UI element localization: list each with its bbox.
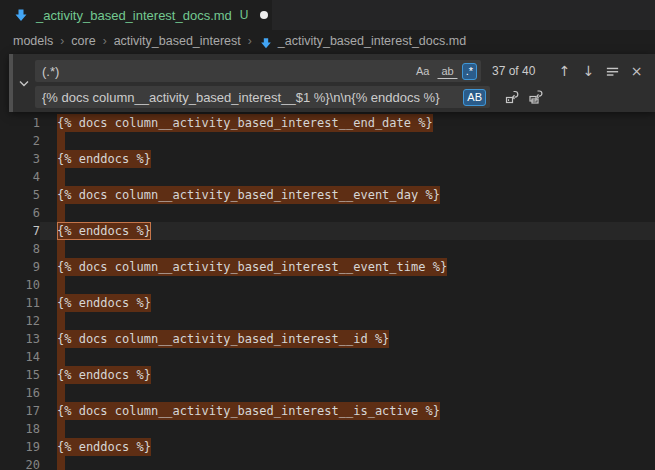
find-match-highlight (57, 240, 65, 258)
line-content: {% enddocs %} (40, 366, 655, 384)
code-line[interactable]: 12 (0, 312, 655, 330)
preserve-case-toggle[interactable]: AB (463, 89, 486, 106)
previous-match-button[interactable]: ↑ (554, 61, 575, 82)
code-lines: 1{% docs column__activity_based_interest… (0, 114, 655, 470)
breadcrumb-item-models[interactable]: models (13, 34, 53, 48)
code-line[interactable]: 9{% docs column__activity_based_interest… (0, 258, 655, 276)
line-content (40, 132, 655, 150)
line-content (40, 168, 655, 186)
find-match-highlight (57, 384, 65, 402)
code-line[interactable]: 20 (0, 456, 655, 470)
breadcrumb-separator: › (103, 34, 107, 48)
line-number: 14 (0, 348, 40, 366)
line-content: {% docs column__activity_based_interest_… (40, 114, 655, 132)
find-match-highlight (57, 168, 65, 186)
line-number: 16 (0, 384, 40, 402)
find-match-highlight: {% docs column__activity_based_interest_… (57, 114, 433, 132)
line-number: 6 (0, 204, 40, 222)
line-number: 19 (0, 438, 40, 456)
regex-toggle[interactable]: .* (462, 63, 477, 80)
replace-input-value: {% docs column__activity_based_interest_… (42, 90, 459, 105)
close-find-widget-button[interactable]: × (626, 61, 647, 82)
line-number: 3 (0, 150, 40, 168)
replace-button[interactable] (501, 87, 522, 108)
markdown-file-icon (13, 7, 29, 23)
arrow-up-icon: ↑ (559, 63, 571, 79)
code-line[interactable]: 7{% enddocs %} (0, 222, 655, 240)
find-match-highlight: {% docs column__activity_based_interest_… (57, 330, 389, 348)
code-line[interactable]: 19{% enddocs %} (0, 438, 655, 456)
code-line[interactable]: 14 (0, 348, 655, 366)
line-number: 17 (0, 402, 40, 420)
find-match-highlight (57, 132, 65, 150)
code-line[interactable]: 2 (0, 132, 655, 150)
next-match-button[interactable]: ↓ (578, 61, 599, 82)
code-line[interactable]: 15{% enddocs %} (0, 366, 655, 384)
code-line[interactable]: 11{% enddocs %} (0, 294, 655, 312)
git-status-badge: U (240, 8, 249, 22)
line-content (40, 384, 655, 402)
editor-window: _activity_based_interest_docs.md U model… (0, 0, 655, 470)
find-match-highlight: {% docs column__activity_based_interest_… (57, 402, 440, 420)
line-number: 2 (0, 132, 40, 150)
chevron-down-icon (19, 80, 29, 87)
find-match-highlight (57, 456, 65, 470)
code-line[interactable]: 10 (0, 276, 655, 294)
line-content (40, 420, 655, 438)
find-replace-widget: (.*) Aa ab .* 37 of 40 ↑ ↓ (9, 54, 655, 112)
code-line[interactable]: 6 (0, 204, 655, 222)
line-content (40, 240, 655, 258)
line-number: 4 (0, 168, 40, 186)
find-match-highlight (57, 204, 65, 222)
line-content: {% enddocs %} (40, 294, 655, 312)
find-in-selection-button[interactable] (602, 61, 623, 82)
find-match-highlight (57, 276, 65, 294)
line-content: {% enddocs %} (40, 222, 655, 240)
line-content (40, 456, 655, 470)
line-content: {% docs column__activity_based_interest_… (40, 186, 655, 204)
code-line[interactable]: 16 (0, 384, 655, 402)
breadcrumb-item-core[interactable]: core (71, 34, 95, 48)
markdown-file-icon (259, 36, 273, 50)
find-match-highlight (57, 420, 65, 438)
code-line[interactable]: 18 (0, 420, 655, 438)
find-input-value: (.*) (42, 64, 408, 79)
code-line[interactable]: 1{% docs column__activity_based_interest… (0, 114, 655, 132)
breadcrumb-item-activity-based-interest[interactable]: activity_based_interest (114, 34, 241, 48)
toggle-replace-button[interactable] (13, 54, 35, 112)
line-content: {% docs column__activity_based_interest_… (40, 330, 655, 348)
editor-pane[interactable]: 1{% docs column__activity_based_interest… (0, 51, 655, 470)
code-line[interactable]: 17{% docs column__activity_based_interes… (0, 402, 655, 420)
code-line[interactable]: 4 (0, 168, 655, 186)
line-number: 20 (0, 456, 40, 470)
breadcrumb-item-file[interactable]: _activity_based_interest_docs.md (278, 34, 466, 48)
line-content (40, 312, 655, 330)
replace-icon (504, 89, 520, 105)
replace-input[interactable]: {% docs column__activity_based_interest_… (35, 86, 490, 108)
find-match-highlight: {% enddocs %} (57, 294, 151, 312)
line-content: {% enddocs %} (40, 438, 655, 456)
line-content: {% docs column__activity_based_interest_… (40, 402, 655, 420)
code-line[interactable]: 5{% docs column__activity_based_interest… (0, 186, 655, 204)
match-case-toggle[interactable]: Aa (412, 63, 433, 80)
line-number: 10 (0, 276, 40, 294)
code-line[interactable]: 13{% docs column__activity_based_interes… (0, 330, 655, 348)
find-input[interactable]: (.*) Aa ab .* (35, 60, 481, 82)
line-number: 12 (0, 312, 40, 330)
code-line[interactable]: 8 (0, 240, 655, 258)
close-icon: × (631, 63, 643, 79)
match-count: 37 of 40 (492, 64, 535, 78)
line-number: 11 (0, 294, 40, 312)
tab-activity-based-interest-docs[interactable]: _activity_based_interest_docs.md U (0, 0, 272, 30)
replace-all-button[interactable] (525, 87, 546, 108)
line-content (40, 204, 655, 222)
line-content (40, 276, 655, 294)
find-match-highlight: {% docs column__activity_based_interest_… (57, 186, 440, 204)
breadcrumb-separator: › (248, 34, 252, 48)
arrow-down-icon: ↓ (583, 63, 595, 79)
find-match-highlight: {% docs column__activity_based_interest_… (57, 258, 447, 276)
code-line[interactable]: 3{% enddocs %} (0, 150, 655, 168)
whole-word-toggle[interactable]: ab (437, 63, 457, 79)
unsaved-changes-dot[interactable] (260, 11, 268, 19)
line-number: 7 (0, 222, 40, 240)
